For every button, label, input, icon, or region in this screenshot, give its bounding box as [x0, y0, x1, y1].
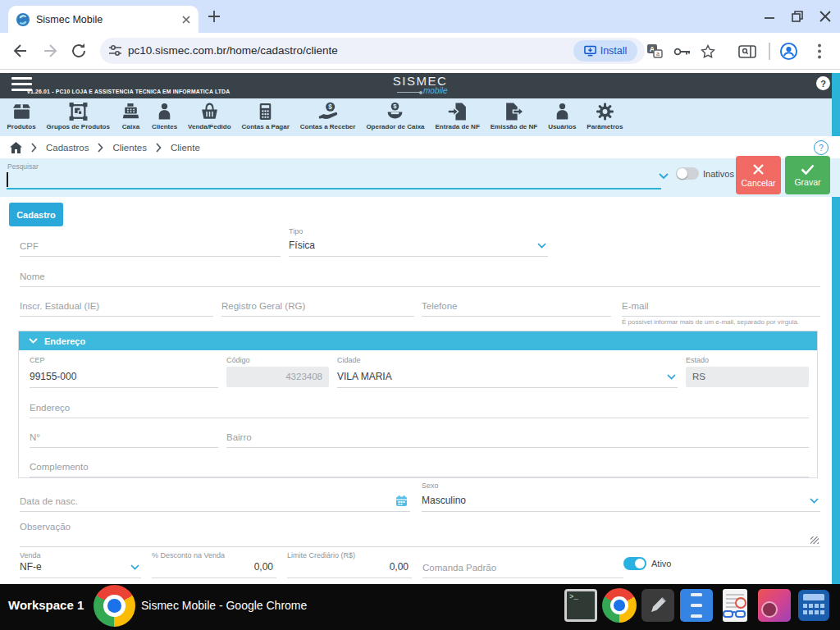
window-minimize-button[interactable]	[761, 8, 778, 25]
install-button[interactable]: Install	[573, 40, 637, 62]
toolbar-item-produtos[interactable]: Produtos	[2, 101, 41, 130]
sexo-value: Masculino	[422, 495, 466, 506]
password-key-icon[interactable]	[673, 47, 691, 57]
toolbar-item-operador-de-caixa[interactable]: $ Operador de Caixa	[361, 101, 430, 130]
toolbar-item-contas-a-receber[interactable]: $ Contas a Receber	[294, 101, 361, 130]
search-input[interactable]	[7, 166, 655, 188]
image-viewer-icon[interactable]	[758, 589, 791, 622]
data-nascimento-field[interactable]: Data de nasc.	[20, 487, 410, 512]
nome-field[interactable]: Nome	[20, 262, 820, 287]
toolbar-item-entrada-de-nf[interactable]: Entrada de NF	[430, 101, 485, 130]
toolbar-item-label: Contas a Pagar	[242, 123, 290, 130]
inscricao-estadual-field[interactable]: Inscr. Estadual (IE)	[20, 292, 213, 317]
breadcrumb-help-button[interactable]: ?	[814, 140, 829, 155]
chevron-down-icon[interactable]	[537, 243, 546, 249]
header-help-button[interactable]: ?	[816, 76, 830, 90]
endereco-field[interactable]: Endereço	[30, 395, 809, 418]
calendar-icon[interactable]	[396, 495, 407, 506]
cpf-field[interactable]: CPF	[20, 227, 281, 257]
bookmark-star-icon[interactable]	[701, 44, 715, 58]
desconto-venda-field[interactable]: % Desconto na Venda 0,00	[152, 551, 276, 578]
tipo-select[interactable]: Tipo Física	[289, 227, 548, 257]
breadcrumb-item-cadastros[interactable]: Cadastros	[46, 143, 89, 153]
numero-field[interactable]: N°	[30, 424, 218, 448]
estado-label: Estado	[686, 356, 709, 364]
breadcrumb-item-cliente[interactable]: Cliente	[171, 143, 200, 153]
home-icon[interactable]	[10, 142, 22, 153]
profile-icon[interactable]	[779, 42, 798, 61]
email-field[interactable]: E-mail	[622, 292, 820, 317]
forward-button[interactable]	[41, 42, 59, 60]
ativo-toggle[interactable]	[623, 557, 646, 570]
terminal-icon[interactable]: >_	[564, 589, 597, 622]
breadcrumb: Cadastros Clientes Cliente	[10, 136, 200, 158]
codigo-value: 4323408	[285, 367, 322, 387]
product-groups-icon	[68, 101, 89, 122]
toolbar-item-emissao-de-nf[interactable]: Emissão de NF	[485, 101, 542, 130]
search-dropdown-chevron-icon[interactable]	[659, 173, 669, 180]
window-close-button[interactable]	[817, 8, 833, 25]
settings-icon	[595, 101, 615, 122]
inactive-toggle[interactable]	[676, 167, 699, 180]
telefone-field[interactable]: Telefone	[422, 292, 611, 317]
reload-button[interactable]	[70, 42, 88, 60]
app-version-text: v1.26.01 - PC10 LOJA E ASSISTENCIA TECNI…	[27, 89, 230, 94]
toolbar-item-label: Operador de Caixa	[366, 123, 424, 130]
toolbar-divider	[769, 43, 770, 60]
breadcrumb-chevron-icon	[31, 143, 37, 153]
install-icon	[584, 45, 596, 57]
url-text[interactable]: pc10.sismec.com.br/home/cadastro/cliente	[128, 40, 338, 62]
translate-icon[interactable]: A a	[646, 43, 663, 59]
workspace-label: Workspace 1	[8, 598, 84, 612]
resize-handle[interactable]	[810, 536, 819, 544]
cancel-button[interactable]: Cancelar	[736, 156, 781, 194]
cep-field[interactable]: CEP 99155-000	[30, 356, 218, 388]
toolbar-item-grupos-de-produtos[interactable]: Grupos de Produtos	[41, 101, 115, 130]
save-button[interactable]: Gravar	[785, 156, 830, 194]
site-settings-icon[interactable]	[108, 43, 122, 57]
venda-select[interactable]: Venda NF-e	[20, 551, 141, 578]
taskbar-window-title[interactable]: Sismec Mobile - Google Chrome	[141, 599, 307, 612]
toolbar-item-contas-a-pagar[interactable]: Contas a Pagar	[236, 101, 294, 130]
file-cabinet-icon[interactable]	[680, 589, 713, 622]
sexo-label: Sexo	[422, 482, 439, 490]
registro-geral-field[interactable]: Registro Geral (RG)	[221, 292, 414, 317]
bairro-field[interactable]: Bairro	[226, 424, 809, 448]
comanda-padrao-field[interactable]: Comanda Padrão	[422, 551, 623, 578]
calculator-icon[interactable]	[797, 588, 831, 623]
new-tab-button[interactable]	[207, 9, 221, 24]
breadcrumb-item-clientes[interactable]: Clientes	[112, 143, 147, 153]
screen: Sismec Mobile pc10.sismec.com.br/home/ca…	[0, 0, 840, 630]
document-viewer-icon[interactable]	[719, 588, 751, 623]
toolbar-item-caixa[interactable]: Caixa	[115, 101, 146, 130]
toolbar-item-parametros[interactable]: Parâmetros	[582, 101, 628, 130]
tab-close-icon[interactable]	[182, 16, 190, 24]
browser-menu-icon[interactable]	[817, 43, 822, 59]
endereco-section-header[interactable]: Endereço	[19, 331, 817, 350]
sidebar-search-icon[interactable]	[738, 45, 756, 58]
toolbar-item-label: Contas a Receber	[300, 123, 356, 130]
toolbar-item-usuarios[interactable]: Usuários	[543, 101, 582, 130]
svg-text:$: $	[328, 103, 332, 111]
chrome-tray-icon[interactable]	[602, 588, 637, 623]
cidade-value: VILA MARIA	[337, 371, 392, 382]
complemento-field[interactable]: Complemento	[30, 454, 809, 477]
toolbar-item-venda-pedido[interactable]: Venda/Pedido	[183, 101, 236, 130]
section-collapse-chevron-icon	[29, 338, 38, 344]
sexo-select[interactable]: Sexo Masculino	[422, 482, 820, 512]
text-editor-icon[interactable]	[641, 589, 674, 622]
browser-tab[interactable]: Sismec Mobile	[8, 6, 199, 33]
back-button[interactable]	[11, 42, 30, 60]
chevron-down-icon[interactable]	[810, 498, 819, 504]
window-restore-button[interactable]	[789, 8, 806, 25]
ie-label: Inscr. Estadual (IE)	[20, 301, 99, 311]
chevron-down-icon[interactable]	[130, 564, 139, 570]
toolbar-item-clientes[interactable]: Clientes	[146, 101, 182, 130]
limite-crediario-field[interactable]: Limite Crediário (R$) 0,00	[287, 551, 412, 578]
chrome-window-icon[interactable]	[94, 585, 135, 627]
cidade-select[interactable]: Cidade VILA MARIA	[337, 356, 678, 388]
chevron-down-icon[interactable]	[667, 374, 676, 380]
observacao-textarea[interactable]: Observação	[20, 517, 820, 547]
desconto-venda-label: % Desconto na Venda	[152, 551, 225, 559]
tab-cadastro[interactable]: Cadastro	[9, 203, 63, 226]
